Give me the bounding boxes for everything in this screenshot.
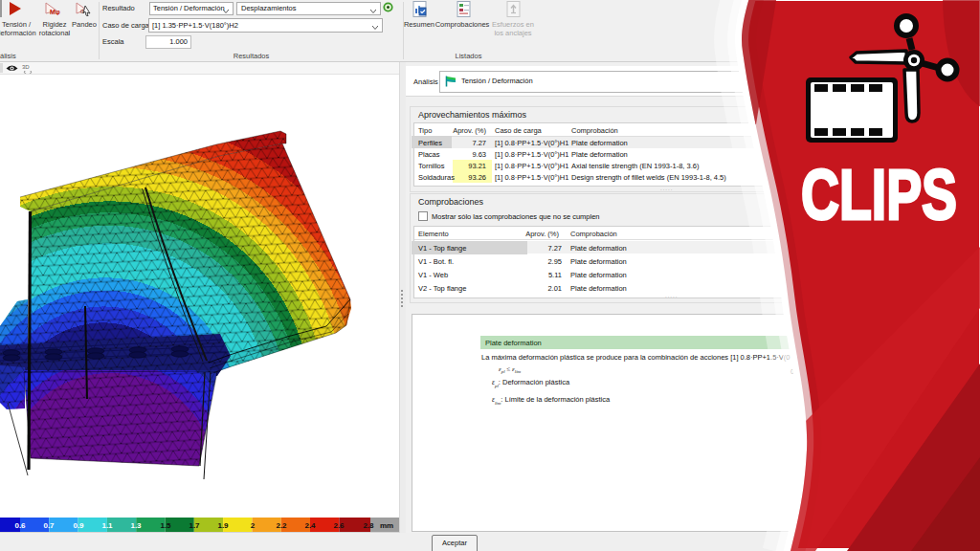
svg-text:CLIPS: CLIPS: [801, 155, 957, 234]
